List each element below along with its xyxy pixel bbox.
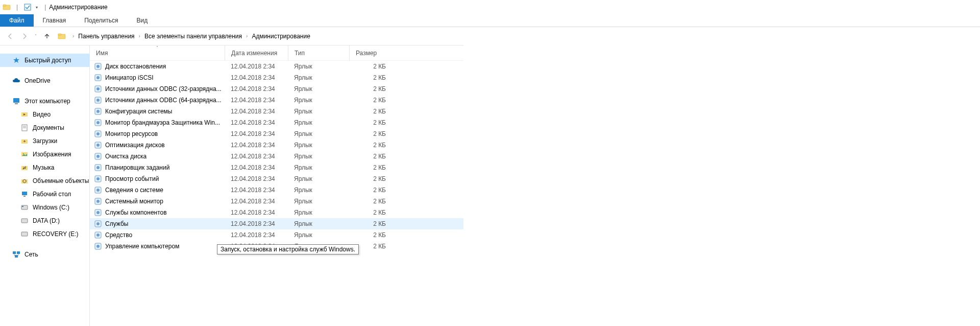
separator: |: [44, 4, 46, 11]
file-row[interactable]: Источники данных ODBC (64-разрядна...12.…: [90, 95, 463, 106]
nav-label: Объемные объекты: [33, 177, 89, 184]
nav-pc-child[interactable]: RECOVERY (E:): [0, 227, 89, 241]
file-name: Оптимизация дисков: [105, 142, 165, 149]
file-row[interactable]: Планировщик заданий12.04.2018 2:34Ярлык2…: [90, 162, 463, 173]
nav-pc-child[interactable]: Документы: [0, 121, 89, 134]
file-row[interactable]: Конфигурация системы12.04.2018 2:34Ярлык…: [90, 106, 463, 117]
column-header-date[interactable]: Дата изменения: [225, 45, 288, 60]
file-row[interactable]: Просмотр событий12.04.2018 2:34Ярлык2 КБ: [90, 173, 463, 184]
file-date: 12.04.2018 2:34: [225, 187, 288, 194]
checkbox-icon[interactable]: [23, 3, 32, 12]
svg-point-31: [96, 76, 100, 79]
nav-label: Быстрый доступ: [24, 57, 71, 64]
svg-point-33: [96, 87, 100, 90]
breadcrumb-item[interactable]: Все элементы панели управления: [143, 32, 243, 41]
forward-button[interactable]: [18, 30, 31, 42]
column-header-type[interactable]: Тип: [288, 45, 349, 60]
file-type: Ярлык: [288, 63, 349, 70]
file-date: 12.04.2018 2:34: [225, 63, 288, 70]
file-name: Системный монитор: [105, 198, 163, 205]
nav-label: Этот компьютер: [24, 98, 70, 105]
title-bar: | ▾ | Администрирование: [0, 0, 980, 14]
nav-label: Рабочий стол: [33, 191, 71, 198]
nav-pc-child[interactable]: Изображения: [0, 148, 89, 161]
file-row[interactable]: Источники данных ODBC (32-разрядна...12.…: [90, 83, 463, 95]
file-row[interactable]: Монитор ресурсов12.04.2018 2:34Ярлык2 КБ: [90, 128, 463, 139]
pc-icon: [12, 97, 20, 105]
back-button[interactable]: [4, 30, 16, 42]
nav-onedrive[interactable]: OneDrive: [0, 74, 89, 87]
folder-icon: [20, 110, 29, 119]
chevron-right-icon[interactable]: ›: [138, 33, 141, 39]
nav-pc-child[interactable]: Загрузки: [0, 134, 89, 148]
file-type: Ярлык: [288, 85, 349, 92]
file-name: Монитор ресурсов: [105, 130, 158, 137]
tab-file[interactable]: Файл: [0, 14, 34, 27]
file-type: Ярлык: [288, 164, 349, 171]
chevron-right-icon[interactable]: ›: [245, 33, 249, 39]
svg-rect-5: [13, 98, 19, 103]
file-row[interactable]: Диск восстановления12.04.2018 2:34Ярлык2…: [90, 61, 463, 72]
svg-point-53: [96, 200, 100, 203]
nav-pc-child[interactable]: DATA (D:): [0, 214, 89, 227]
file-type: Ярлык: [288, 231, 349, 239]
file-date: 12.04.2018 2:34: [225, 108, 288, 115]
dropdown-icon[interactable]: ▾: [34, 3, 39, 12]
file-row[interactable]: Службы12.04.2018 2:34Ярлык2 КБ: [90, 218, 463, 229]
nav-pc-child[interactable]: Видео: [0, 108, 89, 121]
file-name: Источники данных ODBC (32-разрядна...: [105, 85, 222, 92]
file-row[interactable]: Монитор брандмауэра Защитника Win...12.0…: [90, 117, 463, 128]
column-header-size[interactable]: Размер: [349, 45, 392, 60]
nav-network[interactable]: Сеть: [0, 248, 89, 261]
file-name: Просмотр событий: [105, 175, 159, 182]
file-row[interactable]: Оптимизация дисков12.04.2018 2:34Ярлык2 …: [90, 139, 463, 151]
file-size: 2 КБ: [349, 130, 392, 137]
shortcut-icon: [94, 231, 102, 239]
tab-share[interactable]: Поделиться: [75, 14, 127, 27]
tooltip: Запуск, остановка и настройка служб Wind…: [217, 244, 359, 254]
recent-dropdown[interactable]: ˅: [33, 30, 39, 42]
nav-pc-child[interactable]: Объемные объекты: [0, 174, 89, 188]
nav-pc-child[interactable]: Рабочий стол: [0, 188, 89, 201]
svg-rect-6: [15, 103, 18, 104]
file-size: 2 КБ: [349, 153, 392, 160]
svg-rect-19: [22, 192, 27, 195]
tab-view[interactable]: Вид: [127, 14, 157, 27]
breadcrumb-item[interactable]: Администрирование: [251, 32, 311, 41]
shortcut-icon: [94, 119, 102, 127]
file-name: Диск восстановления: [105, 63, 166, 70]
chevron-right-icon[interactable]: ›: [71, 33, 75, 39]
file-date: 12.04.2018 2:34: [225, 220, 288, 227]
svg-rect-24: [21, 232, 28, 236]
breadcrumb-item[interactable]: Панель управления: [77, 32, 135, 41]
svg-rect-26: [17, 251, 20, 254]
file-row[interactable]: Системный монитор12.04.2018 2:34Ярлык2 К…: [90, 196, 463, 207]
file-row[interactable]: Очистка диска12.04.2018 2:34Ярлык2 КБ: [90, 151, 463, 162]
file-date: 12.04.2018 2:34: [225, 198, 288, 205]
svg-point-59: [96, 234, 100, 237]
file-name: Источники данных ODBC (64-разрядна...: [105, 97, 222, 104]
file-row[interactable]: Средство12.04.2018 2:34Ярлык2 КБ: [90, 229, 463, 241]
file-row[interactable]: Инициатор iSCSI12.04.2018 2:34Ярлык2 КБ: [90, 72, 463, 83]
file-date: 12.04.2018 2:34: [225, 119, 288, 126]
nav-this-pc[interactable]: Этот компьютер: [0, 95, 89, 108]
column-header-name[interactable]: Имя ˄: [90, 45, 225, 60]
file-row[interactable]: Службы компонентов12.04.2018 2:34Ярлык2 …: [90, 207, 463, 218]
nav-quick-access[interactable]: Быстрый доступ: [0, 54, 89, 67]
file-row[interactable]: Сведения о системе12.04.2018 2:34Ярлык2 …: [90, 184, 463, 196]
file-size: 2 КБ: [349, 85, 392, 92]
svg-point-61: [96, 245, 100, 248]
file-type: Ярлык: [288, 142, 349, 149]
up-button[interactable]: [41, 30, 53, 42]
shortcut-icon: [94, 164, 102, 172]
shortcut-icon: [94, 208, 102, 217]
svg-point-45: [96, 155, 100, 158]
shortcut-icon: [94, 152, 102, 160]
tab-home[interactable]: Главная: [34, 14, 76, 27]
nav-pc-child[interactable]: Windows (C:): [0, 201, 89, 214]
file-size: 2 КБ: [349, 231, 392, 239]
svg-rect-1: [3, 5, 6, 6]
file-type: Ярлык: [288, 153, 349, 160]
nav-pc-child[interactable]: Музыка: [0, 161, 89, 174]
breadcrumb[interactable]: › Панель управления › Все элементы панел…: [71, 32, 311, 41]
